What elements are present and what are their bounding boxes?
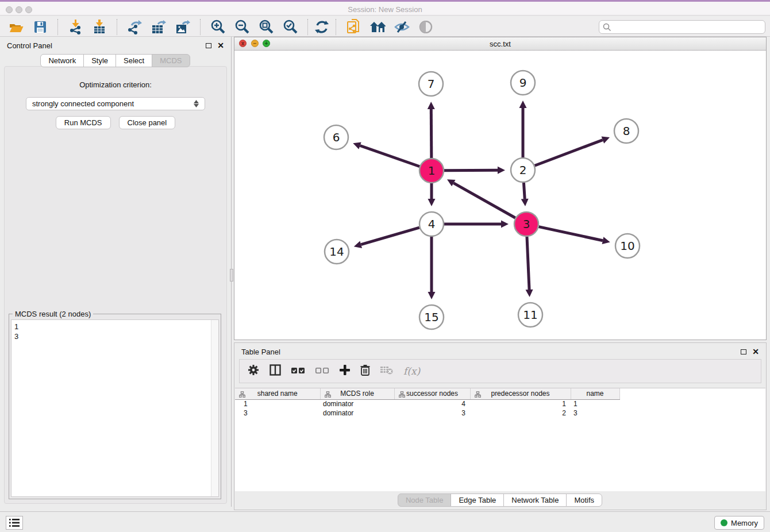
- cell-name[interactable]: 1: [571, 399, 619, 408]
- tab-mcds[interactable]: MCDS: [152, 54, 190, 67]
- splitter-grip[interactable]: [230, 269, 233, 282]
- table-row[interactable]: 1dominator411: [235, 399, 619, 408]
- node-label-10: 10: [620, 239, 634, 253]
- float-table-panel-icon[interactable]: [741, 349, 746, 354]
- cell-predecessor-nodes[interactable]: 2: [470, 408, 571, 418]
- cell-successor-nodes[interactable]: 3: [394, 408, 470, 418]
- result-line: 3: [14, 331, 218, 341]
- settings-gear-icon[interactable]: [248, 364, 259, 378]
- network-window-title: scc.txt: [234, 40, 766, 48]
- tab-style[interactable]: Style: [83, 54, 116, 67]
- column-header-predecessor-nodes[interactable]: predecessor nodes: [470, 388, 571, 399]
- app-titlebar: Session: New Session: [0, 0, 770, 16]
- export-table-icon[interactable]: [151, 19, 167, 35]
- edge-4-14[interactable]: [361, 228, 419, 245]
- import-table-icon[interactable]: [91, 19, 107, 35]
- edge-arrowhead: [498, 167, 505, 174]
- cell-MCDS-role[interactable]: dominator: [320, 399, 394, 408]
- edge-1-2[interactable]: [444, 170, 498, 171]
- table-row[interactable]: 3dominator323: [235, 408, 619, 418]
- column-layout-icon[interactable]: [270, 364, 281, 378]
- memory-button-label: Memory: [731, 519, 758, 527]
- node-label-2: 2: [519, 163, 527, 177]
- mcds-result-title: MCDS result (2 nodes): [13, 310, 93, 318]
- add-column-icon[interactable]: [340, 365, 350, 377]
- save-session-icon[interactable]: [32, 19, 48, 35]
- edge-3-1[interactable]: [453, 183, 515, 218]
- column-header-shared-name[interactable]: shared name: [235, 388, 320, 399]
- node-table-grid[interactable]: shared nameMCDS rolesuccessor nodesprede…: [235, 388, 620, 418]
- edge-arrowhead: [526, 290, 533, 297]
- result-line: 1: [14, 322, 218, 331]
- edge-3-10[interactable]: [539, 227, 603, 241]
- network-canvas[interactable]: 7968124314101511: [235, 51, 766, 340]
- export-network-icon[interactable]: [126, 19, 143, 35]
- tab-select[interactable]: Select: [116, 54, 152, 67]
- select-all-checks-icon[interactable]: [291, 366, 305, 376]
- close-table-panel-icon[interactable]: ✕: [752, 348, 759, 356]
- edge-arrowhead: [353, 142, 361, 149]
- toolbar-separator: [117, 19, 117, 35]
- cell-predecessor-nodes[interactable]: 1: [470, 399, 571, 408]
- node-label-6: 6: [333, 130, 340, 144]
- search-box: [599, 20, 765, 34]
- cell-successor-nodes[interactable]: 4: [394, 399, 470, 408]
- node-label-7: 7: [428, 77, 435, 91]
- zoom-fit-icon[interactable]: [258, 19, 274, 35]
- task-history-button[interactable]: [6, 516, 23, 530]
- table-tab-network-table[interactable]: Network Table: [503, 494, 567, 507]
- edge-2-3[interactable]: [523, 183, 525, 199]
- edge-2-8[interactable]: [535, 140, 603, 166]
- toolbar-separator: [307, 19, 308, 35]
- deselect-checks-icon[interactable]: [315, 366, 329, 376]
- close-panel-icon[interactable]: ✕: [217, 41, 224, 49]
- mcds-panel: Optimization criterion: strongly connect…: [4, 66, 227, 504]
- result-scrollbar[interactable]: [211, 320, 218, 496]
- memory-button[interactable]: Memory: [714, 516, 764, 530]
- close-panel-button[interactable]: Close panel: [119, 116, 176, 129]
- status-bar: Memory: [0, 511, 770, 532]
- delete-column-icon[interactable]: [360, 364, 370, 378]
- edge-1-7[interactable]: [431, 109, 432, 158]
- cell-MCDS-role[interactable]: dominator: [320, 408, 394, 418]
- show-hide-icon[interactable]: [394, 19, 410, 35]
- tab-network[interactable]: Network: [40, 54, 84, 67]
- zoom-in-icon[interactable]: [210, 19, 226, 35]
- column-header-successor-nodes[interactable]: successor nodes: [394, 388, 470, 399]
- edge-1-6[interactable]: [360, 146, 420, 167]
- criterion-select[interactable]: strongly connected component: [26, 97, 205, 110]
- node-label-8: 8: [623, 124, 630, 138]
- import-network-icon[interactable]: [67, 19, 83, 35]
- toolbar-separator: [200, 19, 201, 35]
- zoom-selected-icon[interactable]: [282, 19, 298, 35]
- criterion-select-value: strongly connected component: [32, 99, 134, 108]
- cell-shared-name[interactable]: 1: [235, 399, 320, 408]
- first-neighbors-icon[interactable]: [369, 19, 386, 35]
- edge-3-11[interactable]: [527, 237, 529, 290]
- export-image-icon[interactable]: [175, 19, 191, 35]
- float-panel-icon[interactable]: [206, 43, 211, 48]
- mcds-result-text[interactable]: 13: [11, 319, 219, 497]
- table-tab-motifs[interactable]: Motifs: [566, 494, 602, 507]
- hierarchy-icon: [399, 391, 405, 399]
- refresh-icon[interactable]: [314, 19, 330, 35]
- search-icon: [603, 23, 611, 34]
- edge-arrowhead: [428, 292, 436, 299]
- run-mcds-button[interactable]: Run MCDS: [56, 116, 111, 129]
- column-header-name[interactable]: name: [571, 388, 619, 399]
- cell-shared-name[interactable]: 3: [235, 408, 320, 418]
- table-tab-node-table[interactable]: Node Table: [398, 494, 452, 507]
- table-tab-edge-table[interactable]: Edge Table: [451, 494, 504, 507]
- node-label-9: 9: [519, 76, 527, 90]
- clone-network-icon[interactable]: [345, 19, 361, 35]
- search-input[interactable]: [599, 20, 765, 34]
- main-toolbar: [0, 17, 770, 37]
- open-session-icon[interactable]: [8, 19, 24, 35]
- zoom-out-icon[interactable]: [234, 19, 250, 35]
- node-label-4: 4: [428, 217, 436, 231]
- network-window-titlebar[interactable]: x − + scc.txt: [234, 37, 766, 51]
- cell-name[interactable]: 3: [571, 408, 619, 418]
- hierarchy-icon: [325, 391, 331, 399]
- column-header-MCDS-role[interactable]: MCDS role: [320, 388, 394, 399]
- control-panel: Control Panel ✕ NetworkStyleSelectMCDS O…: [0, 37, 232, 507]
